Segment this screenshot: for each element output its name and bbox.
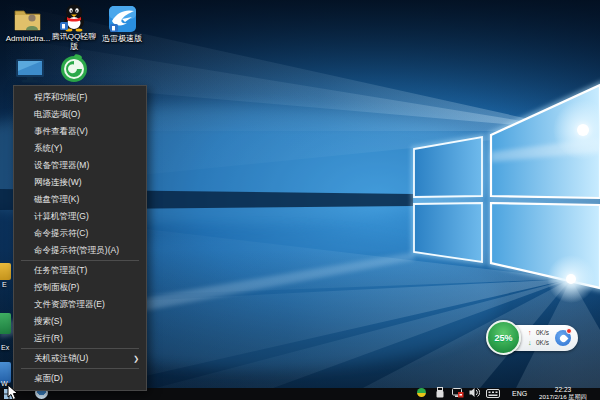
tray-volume-icon[interactable] [469, 387, 480, 398]
administrator-folder-icon [12, 4, 44, 34]
notification-badge [566, 328, 572, 334]
menu-item-event-viewer[interactable]: 事件查看器(V) [14, 123, 146, 140]
memory-usage-ball[interactable]: 25% [486, 320, 521, 355]
upload-speed: 0K/s [536, 329, 549, 336]
desktop-icon-label: 迅雷极速版 [102, 35, 142, 44]
menu-item-command-prompt[interactable]: 命令提示符(C) [14, 225, 146, 242]
menu-item-search[interactable]: 搜索(S) [14, 313, 146, 330]
thunder-bird-icon [106, 4, 138, 34]
upload-arrow-icon: ↑ [528, 329, 532, 336]
tray-360-ball-icon[interactable] [417, 388, 426, 397]
menu-item-device-manager[interactable]: 设备管理器(M) [14, 157, 146, 174]
menu-item-shutdown-or-signout[interactable]: 关机或注销(U) ❯ [14, 350, 146, 367]
qq-penguin-icon [58, 2, 90, 32]
tray-display-alert-icon[interactable] [452, 388, 464, 398]
menu-item-programs-and-features[interactable]: 程序和功能(F) [14, 89, 146, 106]
menu-item-task-manager[interactable]: 任务管理器(T) [14, 262, 146, 279]
winx-context-menu: 程序和功能(F) 电源选项(O) 事件查看器(V) 系统(Y) 设备管理器(M)… [13, 85, 147, 391]
submenu-arrow-icon: ❯ [133, 350, 139, 367]
desktop-icon-label: 腾讯QQ轻聊 [52, 33, 96, 42]
menu-item-network-connections[interactable]: 网络连接(W) [14, 174, 146, 191]
menu-item-run[interactable]: 运行(R) [14, 330, 146, 347]
hidden-icon-label-fragment: Ex [1, 344, 9, 351]
this-pc-monitor-icon [14, 56, 46, 86]
menu-separator [21, 348, 139, 349]
memory-percent: 25% [494, 333, 512, 343]
menu-separator [21, 260, 139, 261]
tray-usb-icon[interactable] [435, 387, 445, 398]
menu-item-file-explorer[interactable]: 文件资源管理器(E) [14, 296, 146, 313]
clock-date: 2017/2/16 星期四 [528, 394, 598, 400]
menu-item-control-panel[interactable]: 控制面板(P) [14, 279, 146, 296]
menu-item-system[interactable]: 系统(Y) [14, 140, 146, 157]
menu-item-disk-management[interactable]: 磁盘管理(K) [14, 191, 146, 208]
menu-item-desktop[interactable]: 桌面(D) [14, 370, 146, 387]
download-arrow-icon: ↓ [528, 339, 532, 346]
windows-desktop: Administra... 腾讯QQ轻聊 版 [0, 0, 600, 400]
taskbar-clock[interactable]: 22:23 2017/2/16 星期四 [528, 387, 598, 400]
mouse-cursor [7, 384, 20, 400]
menu-item-power-options[interactable]: 电源选项(O) [14, 106, 146, 123]
tray-input-method-icon[interactable] [486, 389, 500, 398]
menu-separator [21, 368, 139, 369]
language-indicator[interactable]: ENG [512, 390, 527, 397]
desktop-icon-this-pc[interactable] [12, 56, 48, 86]
hidden-icon-fragment-yellow[interactable] [0, 263, 11, 280]
menu-item-computer-management[interactable]: 计算机管理(G) [14, 208, 146, 225]
hidden-icon-label-fragment: E [2, 281, 7, 288]
download-speed: 0K/s [536, 339, 549, 346]
360-browser-icon [58, 53, 90, 83]
desktop-icon-thunder[interactable]: 迅雷极速版 [92, 4, 152, 44]
360-speed-widget[interactable]: ↑ ↓ 0K/s 0K/s 25% [486, 320, 580, 356]
hidden-icon-fragment-green[interactable] [0, 313, 11, 334]
menu-item-command-prompt-admin[interactable]: 命令提示符(管理员)(A) [14, 242, 146, 259]
desktop-icon-360-browser[interactable] [56, 53, 92, 83]
desktop-icon-label-line2: 版 [70, 43, 78, 52]
